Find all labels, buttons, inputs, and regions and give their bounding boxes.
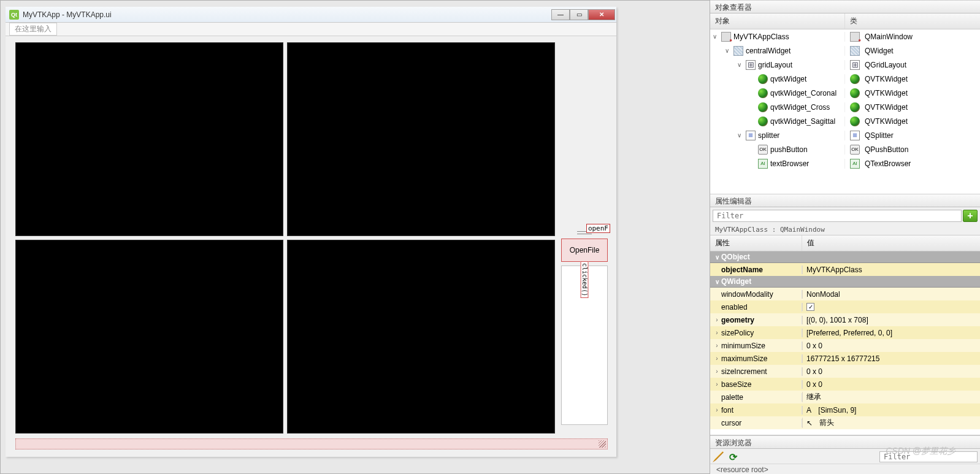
open-file-label: OpenFile [570,246,600,254]
chevron-down-icon[interactable]: ∨ [713,254,721,261]
vtk-icon [758,88,768,98]
chevron-right-icon[interactable]: › [713,316,721,323]
grid-icon [746,60,756,70]
vtk-icon [758,102,768,112]
property-filter-input[interactable] [713,210,962,222]
chevron-right-icon[interactable]: › [713,381,721,388]
vtk-icon [850,74,860,84]
property-class-line: MyVTKAppClass : QMainWindow [710,224,980,235]
txt-icon: AI [758,159,768,169]
property-list[interactable]: ∨QObject objectNameMyVTKAppClass ∨QWidge… [710,251,980,435]
object-inspector-title: 对象查看器 [710,0,980,13]
property-editor-title: 属性编辑器 [710,194,980,207]
prop-font[interactable]: ›fontA [SimSun, 9] [710,403,980,416]
class-name: QPushButton [865,145,908,154]
tree-row[interactable]: ∨splitterQSplitter [710,128,980,142]
object-name: textBrowser [770,159,809,168]
minimize-button[interactable]: — [551,9,570,20]
chevron-icon[interactable]: ∨ [722,47,731,54]
class-name: QVTKWidget [865,89,908,97]
widget-icon [733,46,743,56]
object-inspector[interactable]: 对象 类 ∨MyVTKAppClassQMainWindow∨centralWi… [710,13,980,194]
reload-icon[interactable]: ⟳ [727,451,738,462]
tree-row[interactable]: ∨MyVTKAppClassQMainWindow [710,29,980,44]
object-name: qvtkWidget_Coronal [770,89,836,97]
prop-cursor[interactable]: cursor↖ 箭头 [710,416,980,429]
split-icon [746,131,756,140]
resource-browser-title: 资源浏览器 [710,435,980,449]
qvtk-widget-4[interactable] [287,240,555,434]
chevron-icon[interactable]: ∨ [710,33,719,40]
chevron-icon[interactable]: ∨ [735,132,743,139]
splitter-column: openF OpenFile clicked() [561,226,608,425]
close-button[interactable]: ✕ [588,9,615,20]
add-property-button[interactable]: + [963,210,978,222]
prop-windowmodality[interactable]: windowModalityNonModal [710,288,980,300]
vtk-icon [850,88,860,98]
qvtk-widget-1[interactable] [15,42,283,236]
qvtk-widget-3[interactable] [15,240,283,434]
resize-grip-icon[interactable] [599,440,606,448]
object-name: pushButton [770,145,808,154]
prop-basesize[interactable]: ›baseSize0 x 0 [710,378,980,391]
chevron-right-icon[interactable]: › [713,329,721,336]
tree-row[interactable]: OKpushButtonOKQPushButton [710,142,980,156]
chevron-right-icon[interactable]: › [713,355,721,362]
font-icon: A [806,406,811,415]
txt-icon: AI [850,159,860,169]
tree-row[interactable]: ∨gridLayoutQGridLayout [710,58,980,72]
form-designer-canvas: Qt MyVTKApp - MyVTKApp.ui — ▭ ✕ 在这里输入 op… [0,0,710,474]
tree-row[interactable]: AItextBrowserAIQTextBrowser [710,156,980,170]
prop-geometry[interactable]: ›geometry[(0, 0), 1001 x 708] [710,313,980,326]
titlebar: Qt MyVTKApp - MyVTKApp.ui — ▭ ✕ [6,7,616,23]
class-name: QVTKWidget [865,117,908,126]
chevron-down-icon[interactable]: ∨ [713,278,721,285]
prop-palette[interactable]: palette继承 [710,391,980,403]
prop-minimumsize[interactable]: ›minimumSize0 x 0 [710,339,980,352]
slot-label: openF [586,224,610,233]
object-name: MyVTKAppClass [733,32,789,41]
tree-row[interactable]: qvtkWidget_CoronalQVTKWidget [710,86,980,100]
prop-sizepolicy[interactable]: ›sizePolicy[Preferred, Preferred, 0, 0] [710,326,980,339]
resource-root[interactable]: <resource root> [710,464,980,474]
chevron-right-icon[interactable]: › [713,368,721,375]
maximize-button[interactable]: ▭ [570,9,588,20]
tree-row[interactable]: qvtkWidget_CrossQVTKWidget [710,100,980,114]
class-name: QSplitter [865,131,894,140]
chevron-right-icon[interactable]: › [713,407,721,413]
edit-resource-icon[interactable] [713,451,724,462]
vtk-icon [758,74,768,84]
tree-row[interactable]: qvtkWidgetQVTKWidget [710,72,980,86]
class-name: QMainWindow [865,32,913,41]
menu-type-here[interactable]: 在这里输入 [9,23,57,36]
vtk-icon [758,117,768,126]
tree-row[interactable]: ∨centralWidgetQWidget [710,44,980,58]
prop-enabled[interactable]: enabled✓ [710,300,980,313]
grid-layout [15,42,555,434]
menubar[interactable]: 在这里输入 [6,23,616,36]
class-name: QTextBrowser [865,159,911,168]
resource-filter-input[interactable] [879,451,978,462]
checkbox-icon[interactable]: ✓ [806,303,814,311]
qvtk-widget-2[interactable] [287,42,555,236]
group-qwidget[interactable]: ∨QWidget [710,276,980,288]
statusbar [15,438,608,449]
prop-sizeincrement[interactable]: ›sizeIncrement0 x 0 [710,365,980,378]
group-qobject[interactable]: ∨QObject [710,251,980,263]
prop-objectname[interactable]: objectNameMyVTKAppClass [710,263,980,276]
window-title: MyVTKApp - MyVTKApp.ui [23,10,551,19]
chevron-icon[interactable]: ∨ [735,61,743,68]
resource-browser: 资源浏览器 ⟳ <resource root> [710,435,980,474]
class-name: QVTKWidget [865,75,908,83]
chevron-right-icon[interactable]: › [713,342,721,349]
object-name: qvtkWidget [770,75,806,83]
right-dock: 对象查看器 对象 类 ∨MyVTKAppClassQMainWindow∨cen… [710,0,980,474]
tree-row[interactable]: qvtkWidget_SagittalQVTKWidget [710,114,980,128]
col-value: 值 [802,235,819,251]
vtk-icon [850,117,860,126]
open-file-button[interactable]: OpenFile clicked() [561,239,608,262]
prop-maximumsize[interactable]: ›maximumSize16777215 x 16777215 [710,352,980,365]
grid-icon [850,60,860,70]
vtk-icon [850,102,860,112]
main-icon [850,32,860,42]
